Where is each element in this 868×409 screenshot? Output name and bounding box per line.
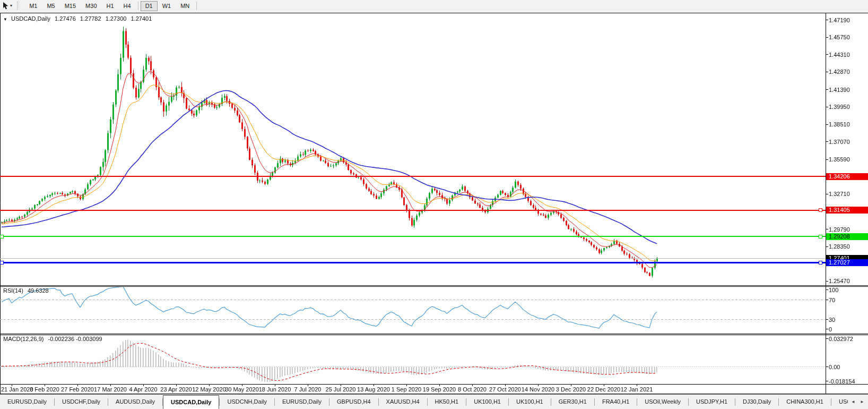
tab-china300-h1[interactable]: CHINA300,H1 (779, 395, 831, 408)
rsi-scale-label: 30 (829, 317, 867, 323)
tab-uk100-h1[interactable]: UK100,H1 (466, 395, 508, 408)
cursor-tool-caret-icon[interactable]: ▾ (10, 3, 12, 8)
price-tick-label: 1.29790 (829, 226, 867, 233)
tabs-scroll-left-icon[interactable]: ◄ (849, 398, 857, 406)
tab-fra40-h1[interactable]: FRA40,H1 (595, 395, 637, 408)
toolbar-separator (138, 2, 138, 10)
price-tick-label: 1.41390 (829, 87, 867, 93)
chart-title: ▼ USDCAD,Daily 1.27476 1.27782 1.27300 1… (3, 15, 154, 22)
price-tick-label: 1.39950 (829, 104, 867, 110)
price-tick-label: 1.28350 (829, 243, 867, 250)
tab-usdcad-daily[interactable]: USDCAD,Daily (163, 395, 219, 409)
rsi-scale-label: 70 (829, 297, 867, 304)
horizontal-line-bid-line[interactable] (0, 258, 826, 259)
ohlc-high: 1.27782 (80, 15, 101, 22)
cursor-tool-icon[interactable] (2, 2, 9, 11)
timeframe-button-w1[interactable]: W1 (158, 1, 176, 11)
mt4-window: ▾ M1M5M15M30H1H4D1W1MN ▼ USDCAD,Daily 1.… (0, 0, 868, 409)
macd-values: -0.002236 -0.003099 (48, 336, 102, 342)
price-badge: 1.34206 (826, 173, 868, 180)
timeframe-button-mn[interactable]: MN (176, 1, 194, 11)
rsi-name: RSI(14) (3, 287, 23, 294)
tab-usoil-weekly[interactable]: USOil,Weekly (637, 395, 688, 408)
timeframe-button-m30[interactable]: M30 (81, 1, 101, 11)
toolbar-separator (196, 2, 197, 10)
timeframe-button-m15[interactable]: M15 (60, 1, 81, 11)
timeframe-button-m5[interactable]: M5 (42, 1, 59, 11)
macd-name: MACD(12,26,9) (3, 336, 44, 342)
horizontal-line-resistance[interactable] (0, 176, 826, 177)
price-badge: 1.27027 (826, 259, 868, 266)
tab-eurusd-daily[interactable]: EURUSD,Daily (275, 395, 329, 408)
tab-ger30-h1[interactable]: GER30,H1 (551, 395, 594, 408)
tab-uk100-h1[interactable]: UK100,H1 (509, 395, 551, 408)
price-tick-label: 1.32710 (829, 191, 867, 198)
tab-hk50-h1[interactable]: HK50,H1 (428, 395, 466, 408)
timeframe-button-m1[interactable]: M1 (24, 1, 42, 11)
timeframe-button-d1[interactable]: D1 (141, 1, 158, 11)
horizontal-line-resistance[interactable] (0, 210, 826, 211)
price-tick-label: 1.42870 (829, 69, 867, 75)
rsi-scale-label: 0 (829, 326, 867, 333)
rsi-value: 49.6328 (28, 287, 49, 294)
horizontal-line-support[interactable] (0, 236, 826, 237)
tab-usdjpy-h1[interactable]: USDJPY,H1 (689, 395, 735, 408)
price-tick-label: 1.47190 (829, 17, 867, 24)
tab-eurusd-daily[interactable]: EURUSD,Daily (0, 395, 54, 408)
rsi-label: RSI(14) 49.6328 (3, 287, 49, 294)
line-anchor-marker[interactable] (819, 235, 822, 238)
line-anchor-marker[interactable] (819, 208, 822, 212)
chart-tabs: EURUSD,DailyUSDCHF,DailyAUDUSD,DailyUSDC… (0, 395, 848, 409)
date-tick-label: 12 Jan 2021 (617, 386, 656, 393)
tab-usdcnh-daily[interactable]: USDCNH,Daily (220, 395, 274, 408)
rsi-scale-label: 100 (829, 287, 867, 294)
tab-dj30-daily[interactable]: DJ30,Daily (735, 395, 778, 408)
macd-scale-label: -0.018154 (829, 378, 867, 385)
tabs-scroll-right-icon[interactable]: ► (858, 398, 866, 406)
toolbar-grip (17, 2, 19, 10)
ohlc-low: 1.27300 (106, 15, 127, 22)
macd-scale-label: 0.032972 (829, 336, 867, 343)
price-badge: 1.31405 (826, 207, 868, 214)
price-tick-label: 1.37070 (829, 139, 867, 146)
line-anchor-marker[interactable] (0, 235, 4, 238)
price-tick-label: 1.25470 (829, 278, 867, 285)
timeframe-button-h1[interactable]: H1 (102, 1, 119, 11)
tab-usdchf-daily[interactable]: USDCHF,Daily (55, 395, 108, 408)
price-badge: 1.29208 (826, 233, 868, 240)
toolbar: ▾ M1M5M15M30H1H4D1W1MN (0, 0, 868, 12)
tab-audusd-daily[interactable]: AUDUSD,Daily (108, 395, 162, 408)
chart-tab-bar: EURUSD,DailyUSDCHF,DailyAUDUSD,DailyUSDC… (0, 394, 868, 409)
timeframe-button-h4[interactable]: H4 (119, 1, 136, 11)
price-tick-label: 1.44310 (829, 52, 867, 58)
line-anchor-marker[interactable] (0, 261, 4, 265)
ohlc-close: 1.27401 (131, 15, 152, 22)
horizontal-line-support[interactable] (0, 262, 826, 263)
tab-usoil-[interactable]: USOil, (831, 395, 848, 408)
price-tick-label: 1.38510 (829, 121, 867, 128)
price-tick-label: 1.35590 (829, 156, 867, 163)
ohlc-open: 1.27476 (55, 15, 76, 22)
macd-scale-label: 0.00 (829, 364, 867, 371)
timeframe-buttons: M1M5M15M30H1H4D1W1MN (24, 0, 199, 6)
tab-gbpusd-h4[interactable]: GBPUSD,H4 (329, 395, 378, 408)
tab-xauusd-h4[interactable]: XAUUSD,H4 (379, 395, 427, 408)
chart-symbol: USDCAD,Daily (11, 15, 50, 22)
symbol-marker-icon: ▼ (3, 17, 7, 22)
line-anchor-marker[interactable] (819, 261, 822, 265)
macd-label: MACD(12,26,9) -0.002236 -0.003099 (3, 336, 102, 342)
chart-canvas[interactable] (0, 0, 868, 409)
price-tick-label: 1.45750 (829, 34, 867, 41)
